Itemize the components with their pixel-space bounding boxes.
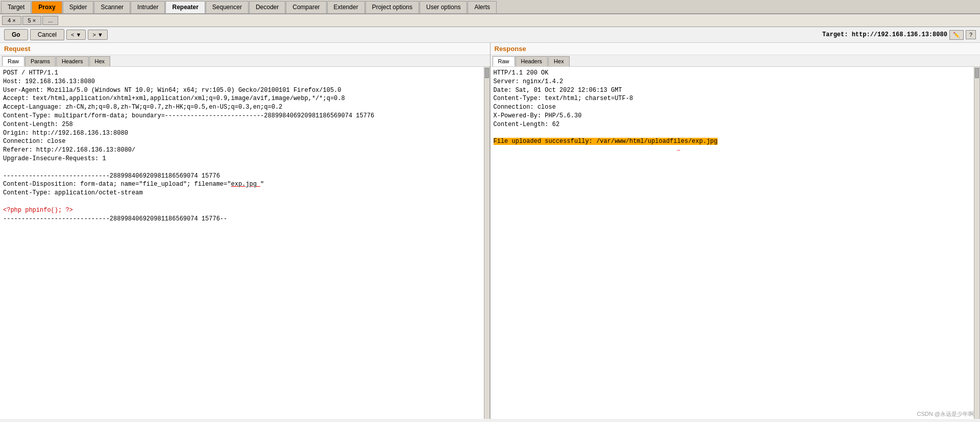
tab-spider[interactable]: Spider [63,1,94,13]
sub-tabs-row: 4 × 5 × ... [0,14,980,27]
response-scrollbar-thumb [975,68,979,78]
tab-project-options[interactable]: Project options [365,1,419,13]
tab-scanner[interactable]: Scanner [94,1,130,13]
request-tab-raw[interactable]: Raw [2,56,24,66]
tab-intruder[interactable]: Intruder [131,1,165,13]
response-tab-raw[interactable]: Raw [493,56,515,66]
target-help-button[interactable]: ? [966,30,976,39]
tab-target[interactable]: Target [1,1,31,13]
request-panel: Request Raw Params Headers Hex POST / HT… [0,43,491,419]
request-scrollbar[interactable] [484,67,490,419]
sub-tab-more[interactable]: ... [42,16,58,25]
main-content: Request Raw Params Headers Hex POST / HT… [0,43,980,419]
tab-extender[interactable]: Extender [327,1,365,13]
response-panel: Response Raw Headers Hex HTTP/1.1 200 OK… [491,43,981,419]
request-content[interactable]: POST / HTTP/1.1 Host: 192.168.136.13:808… [0,67,484,419]
sub-tab-4[interactable]: 4 × [2,16,21,25]
request-line-1: POST / HTTP/1.1 Host: 192.168.136.13:808… [3,69,374,222]
go-button[interactable]: Go [4,29,28,40]
toolbar: Go Cancel < ▼ > ▼ Target: http://192.168… [0,27,980,43]
response-text: HTTP/1.1 200 OK Server: nginx/1.4.2 Date… [494,69,718,154]
tab-repeater[interactable]: Repeater [165,1,205,13]
response-tab-headers[interactable]: Headers [516,56,548,66]
tab-alerts[interactable]: Alerts [468,1,497,13]
tab-user-options[interactable]: User options [420,1,467,13]
cancel-button[interactable]: Cancel [30,29,64,40]
response-title: Response [491,43,981,55]
request-tab-hex[interactable]: Hex [89,56,111,66]
target-label: Target: http://192.168.136.13:8080 [822,31,947,38]
watermark: CSDN @永远是少年啊 [917,410,974,418]
target-edit-button[interactable]: ✏️ [949,30,964,40]
sub-tab-5[interactable]: 5 × [22,16,42,25]
response-tabs: Raw Headers Hex [491,55,981,67]
nav-tabs: Target Proxy Spider Scanner Intruder Rep… [0,0,980,14]
tab-decoder[interactable]: Decoder [249,1,285,13]
request-tabs: Raw Params Headers Hex [0,55,490,67]
request-title: Request [0,43,490,55]
request-scrollbar-thumb [485,68,489,78]
tab-comparer[interactable]: Comparer [286,1,326,13]
target-info: Target: http://192.168.136.13:8080 ✏️ ? [822,30,976,40]
request-tab-params[interactable]: Params [25,56,56,66]
tab-sequencer[interactable]: Sequencer [206,1,249,13]
response-scrollbar[interactable] [974,67,980,419]
response-content[interactable]: HTTP/1.1 200 OK Server: nginx/1.4.2 Date… [491,67,974,419]
request-tab-headers[interactable]: Headers [56,56,89,66]
tab-proxy[interactable]: Proxy [32,1,62,13]
response-tab-hex[interactable]: Hex [548,56,570,66]
back-button[interactable]: < ▼ [66,30,86,40]
forward-button[interactable]: > ▼ [88,30,107,40]
